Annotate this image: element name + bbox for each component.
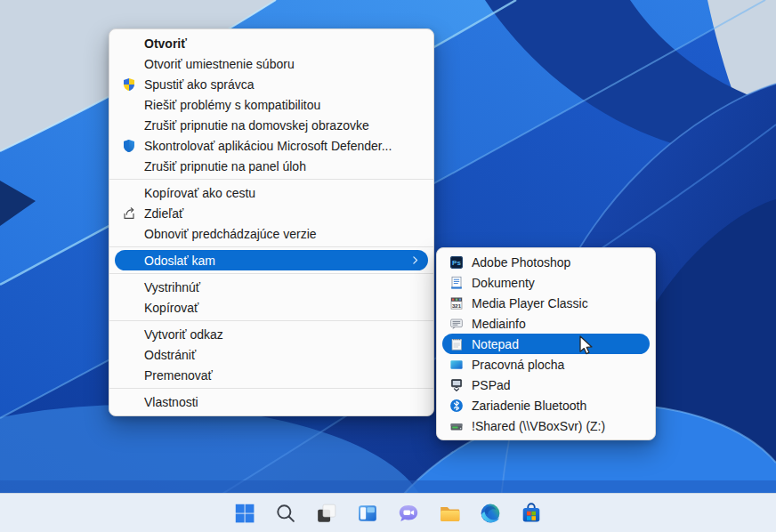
mouse-cursor — [578, 335, 598, 360]
menu-item-icon-placeholder — [122, 57, 136, 71]
mediainfo-icon — [449, 317, 464, 331]
taskbar-widgets-button[interactable] — [355, 501, 380, 526]
menu-item-mediainfo[interactable]: Mediainfo — [442, 313, 650, 334]
menu-item-label: Vystrihnúť — [144, 280, 200, 294]
share-icon — [122, 206, 136, 221]
menu-item-obnovit-predchadzajuce-verzie[interactable]: Obnoviť predchádzajúce verzie — [115, 223, 428, 244]
menu-item-label: Mediainfo — [472, 317, 526, 330]
menu-item-zrusit-pripnutie-na-panel-uloh[interactable]: Zrušiť pripnutie na panel úloh — [115, 156, 428, 176]
menu-item-icon-placeholder — [122, 301, 136, 315]
menu-item-kopirovat-ako-cestu[interactable]: Kopírovať ako cestu — [115, 182, 428, 203]
menu-item-icon-placeholder — [122, 368, 136, 383]
menu-item-vystrihnut[interactable]: Vystrihnúť — [115, 277, 428, 297]
context-menu: OtvoriťOtvoriť umiestnenie súboruSpustiť… — [109, 28, 434, 416]
menu-item-icon-placeholder — [122, 118, 136, 133]
menu-item-zariadenie-bluetooth[interactable]: Zariadenie Bluetooth — [442, 395, 650, 415]
menu-item-label: !Shared (\\VBoxSvr) (Z:) — [472, 419, 605, 432]
menu-item-label: Spustiť ako správca — [144, 77, 255, 91]
menu-item-media-player-classic[interactable]: 321Media Player Classic — [442, 293, 650, 313]
menu-item-riesit-problemy-s-kompatibilitou[interactable]: Riešiť problémy s kompatibilitou — [115, 94, 428, 115]
store-icon — [520, 502, 543, 525]
menu-separator — [109, 320, 433, 321]
menu-item-label: Obnoviť predchádzajúce verzie — [144, 227, 317, 240]
menu-item-vlastnosti[interactable]: Vlastnosti — [115, 391, 428, 412]
menu-item-label: PSPad — [472, 378, 511, 391]
menu-item-label: Zariadenie Bluetooth — [472, 399, 586, 412]
menu-item-label: Zrušiť pripnutie na panel úloh — [144, 159, 306, 173]
menu-item-shared-vboxsvr-z[interactable]: !Shared (\\VBoxSvr) (Z:) — [442, 415, 650, 436]
taskbar — [0, 493, 776, 532]
menu-item-label: Premenovať — [144, 368, 213, 382]
menu-item-odoslat-kam[interactable]: Odoslať kam — [115, 250, 428, 270]
menu-item-vytvorit-odkaz[interactable]: Vytvoriť odkaz — [115, 324, 428, 344]
menu-item-pracovna-plocha[interactable]: Pracovná plocha — [442, 354, 650, 375]
svg-text:Ps: Ps — [452, 259, 461, 267]
pspad-icon — [449, 378, 464, 392]
taskbar-edge-button[interactable] — [478, 501, 503, 526]
menu-item-odstranit[interactable]: Odstrániť — [115, 344, 428, 365]
menu-item-label: Zrušiť pripnutie na domovskej obrazovke — [144, 118, 369, 132]
menu-item-spustit-ako-spravca[interactable]: Spustiť ako správca — [115, 74, 428, 94]
windows-start-icon — [233, 502, 256, 525]
menu-item-premenovat[interactable]: Premenovať — [115, 365, 428, 385]
menu-item-icon-placeholder — [122, 348, 136, 362]
file-explorer-icon — [438, 502, 461, 525]
media-player-classic-icon: 321 — [449, 296, 464, 310]
menu-item-otvorit[interactable]: Otvoriť — [115, 33, 428, 53]
documents-icon — [449, 276, 464, 290]
taskbar-file-explorer-button[interactable] — [437, 501, 462, 526]
menu-item-skontrolovat-aplikaciou-microsoft-defender[interactable]: Skontrolovať aplikáciou Microsoft Defend… — [115, 135, 428, 156]
menu-item-adobe-photoshop[interactable]: PsAdobe Photoshop — [442, 252, 650, 272]
menu-item-icon-placeholder — [122, 395, 136, 409]
menu-item-icon-placeholder — [122, 327, 136, 342]
menu-item-label: Pracovná plocha — [472, 358, 564, 371]
menu-item-label: Zdieľať — [144, 206, 183, 220]
menu-item-label: Otvoriť umiestnenie súboru — [144, 57, 295, 70]
menu-item-zrusit-pripnutie-na-domovskej-obrazovke[interactable]: Zrušiť pripnutie na domovskej obrazovke — [115, 115, 428, 135]
menu-item-label: Odstrániť — [144, 348, 196, 361]
widgets-icon — [356, 502, 379, 525]
menu-item-label: Kopírovať ako cestu — [144, 186, 255, 199]
menu-separator — [109, 273, 433, 274]
taskbar-search-button[interactable] — [273, 501, 298, 526]
menu-item-label: Odoslať kam — [144, 254, 215, 267]
network-drive-icon — [449, 419, 464, 433]
submenu-arrow-icon — [409, 254, 421, 266]
taskbar-store-button[interactable] — [519, 501, 544, 526]
search-icon — [274, 502, 297, 525]
menu-item-label: Otvoriť — [144, 36, 187, 50]
arrow-cursor-icon — [578, 335, 598, 357]
menu-item-icon-placeholder — [122, 36, 136, 51]
menu-separator — [109, 388, 433, 389]
bluetooth-icon — [449, 399, 464, 413]
svg-text:321: 321 — [452, 302, 462, 308]
menu-item-label: Notepad — [472, 337, 519, 351]
menu-item-notepad[interactable]: Notepad — [442, 334, 650, 354]
edge-icon — [479, 502, 502, 525]
menu-item-kopirovat[interactable]: Kopírovať — [115, 297, 428, 318]
menu-item-icon-placeholder — [122, 280, 136, 294]
defender-shield-icon — [122, 139, 136, 153]
menu-item-zdielat[interactable]: Zdieľať — [115, 203, 428, 223]
menu-item-label: Riešiť problémy s kompatibilitou — [144, 98, 320, 111]
menu-item-otvorit-umiestnenie-suboru[interactable]: Otvoriť umiestnenie súboru — [115, 53, 428, 74]
menu-item-label: Skontrolovať aplikáciou Microsoft Defend… — [144, 139, 392, 152]
menu-item-pspad[interactable]: PSPad — [442, 375, 650, 395]
notepad-icon — [449, 337, 464, 351]
menu-item-label: Kopírovať — [144, 301, 198, 314]
taskbar-button-group — [232, 501, 544, 526]
menu-item-icon-placeholder — [122, 227, 136, 241]
taskbar-task-view-button[interactable] — [314, 501, 339, 526]
menu-item-label: Vytvoriť odkaz — [144, 327, 223, 341]
menu-separator — [109, 246, 433, 247]
uac-shield-icon — [122, 77, 136, 92]
menu-separator — [109, 179, 433, 180]
taskbar-chat-button[interactable] — [396, 501, 421, 526]
menu-item-label: Dokumenty — [472, 276, 535, 289]
desktop-icon — [449, 358, 464, 372]
menu-item-label: Media Player Classic — [472, 296, 588, 310]
taskbar-start-button[interactable] — [232, 501, 257, 526]
menu-item-label: Adobe Photoshop — [472, 255, 570, 269]
menu-item-dokumenty[interactable]: Dokumenty — [442, 272, 650, 293]
chat-icon — [397, 502, 420, 525]
